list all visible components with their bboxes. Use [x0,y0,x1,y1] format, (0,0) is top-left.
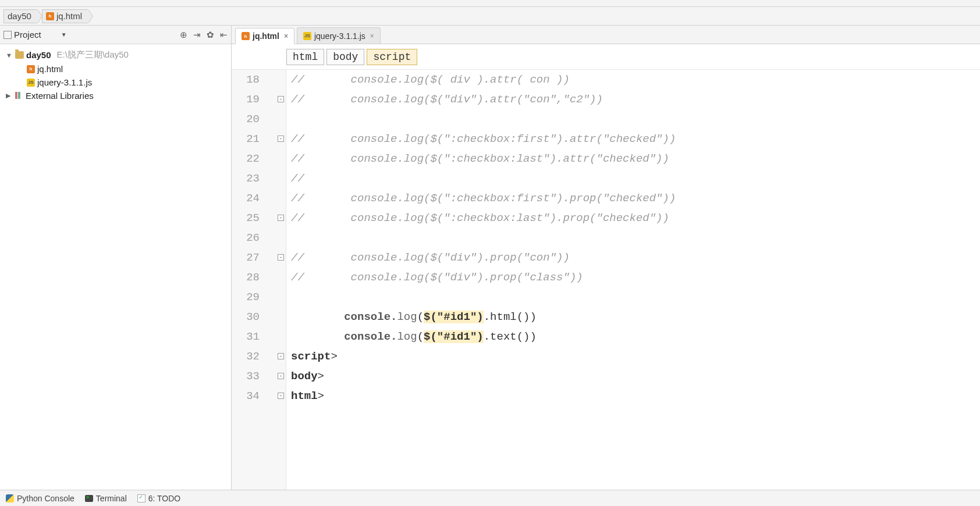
tab-jquery-js[interactable]: JS jquery-3.1.1.js × [297,27,381,44]
fold-toggle[interactable]: - [278,353,284,359]
close-icon[interactable]: × [284,32,288,40]
editor-tabs: h jq.html × JS jquery-3.1.1.js × [232,26,980,44]
tab-label: jq.html [253,31,279,41]
js-file-icon: JS [303,32,311,40]
terminal-icon [85,495,93,502]
line-number: 19 [232,90,260,109]
project-view-icon [3,31,12,39]
todo-icon [137,494,145,503]
breadcrumb: day50 h jq.html [0,7,980,26]
nav-crumb-body[interactable]: body [326,49,364,65]
tree-file-jq[interactable]: h jq.html [3,62,228,76]
line-number: 30 [232,307,260,327]
line-number: 23 [232,169,260,188]
fold-toggle[interactable]: - [278,96,284,102]
code-line[interactable]: html> [291,386,980,406]
project-title-label: Project [14,30,41,40]
todo-label: 6: TODO [148,494,181,503]
js-file-icon: JS [27,79,35,87]
nav-crumb-script[interactable]: script [367,49,417,65]
fold-toggle[interactable]: - [278,254,284,261]
line-number: 28 [232,268,260,287]
tree-root-path: E:\脱产三期\day50 [57,49,129,60]
line-number: 24 [232,188,260,208]
code-line[interactable]: // console.log($("div").attr("con","c2")… [291,90,980,109]
target-icon[interactable]: ⊕ [180,30,187,40]
code-editor[interactable]: ------- 18192021222324252627282930313233… [232,70,980,490]
line-number: 18 [232,70,260,90]
project-panel-header: Project ▼ ⊕ ⇥ ✿ ⇤ [0,26,231,44]
code-line[interactable] [291,287,980,307]
line-number: 32 [232,347,260,366]
chevron-down-icon[interactable]: ▼ [61,31,67,38]
fold-toggle[interactable]: - [278,373,284,379]
breadcrumb-root-label: day50 [8,11,31,21]
breadcrumb-file[interactable]: h jq.html [42,9,88,23]
fold-toggle[interactable]: - [278,393,284,399]
chevron-down-icon: ▼ [6,52,13,59]
line-number: 25 [232,208,260,228]
close-icon[interactable]: × [370,32,374,40]
tab-label: jquery-3.1.1.js [314,31,365,41]
editor-breadcrumb: html body script [232,44,980,70]
code-line[interactable]: // console.log($(":checkbox:first").prop… [291,188,980,208]
todo-tab[interactable]: 6: TODO [137,494,181,503]
folder-icon [15,51,24,59]
html-file-icon: h [27,65,35,73]
tree-root-name: day50 [26,50,51,60]
code-line[interactable]: // console.log($(":checkbox:last").prop(… [291,208,980,228]
line-number: 27 [232,248,260,268]
code-line[interactable]: // console.log($("div").prop("con")) [291,248,980,268]
tree-file-label: jquery-3.1.1.js [37,77,92,87]
line-number: 22 [232,149,260,169]
library-icon [15,92,23,100]
chevron-right-icon: ▶ [6,92,13,99]
terminal-tab[interactable]: Terminal [85,494,127,503]
bottom-tool-bar: Python Console Terminal 6: TODO [0,490,980,506]
code-line[interactable]: console.log($("#id1").html()) [291,307,980,327]
collapse-icon[interactable]: ⇥ [193,30,201,40]
line-number: 34 [232,386,260,406]
editor-area: h jq.html × JS jquery-3.1.1.js × html bo… [232,26,980,490]
line-number: 29 [232,287,260,307]
code-line[interactable]: script> [291,347,980,366]
main-toolbar [0,0,980,7]
breadcrumb-file-label: jq.html [56,11,82,21]
python-console-tab[interactable]: Python Console [6,494,74,503]
code-line[interactable]: // console.log($( div ).attr( con )) [291,70,980,90]
code-line[interactable]: console.log($("#id1").text()) [291,327,980,347]
tree-file-jquery[interactable]: JS jquery-3.1.1.js [3,76,228,89]
code-line[interactable] [291,228,980,248]
line-number: 20 [232,109,260,129]
line-number: 26 [232,228,260,248]
fold-toggle[interactable]: - [278,215,284,221]
project-tree: ▼ day50 E:\脱产三期\day50 h jq.html JS jquer… [0,44,231,106]
html-file-icon: h [242,32,250,40]
tree-external-label: External Libraries [26,91,94,101]
project-panel: Project ▼ ⊕ ⇥ ✿ ⇤ ▼ day50 E:\脱产三期\day50 … [0,26,232,490]
python-console-label: Python Console [17,494,74,503]
python-icon [6,494,14,503]
hide-icon[interactable]: ⇤ [220,30,228,40]
code-line[interactable]: // console.log($(":checkbox:first").attr… [291,129,980,149]
fold-toggle[interactable]: - [278,136,284,142]
code-line[interactable]: // console.log($("div").prop("class")) [291,268,980,287]
line-number: 33 [232,366,260,386]
code-line[interactable] [291,109,980,129]
code-content[interactable]: // console.log($( div ).attr( con ))// c… [286,70,980,490]
line-number: 21 [232,129,260,149]
line-gutter: ------- 18192021222324252627282930313233… [232,70,286,490]
code-line[interactable]: body> [291,366,980,386]
terminal-label: Terminal [96,494,127,503]
tree-file-label: jq.html [37,64,63,74]
line-number: 31 [232,327,260,347]
tree-external-libs[interactable]: ▶ External Libraries [3,89,228,102]
code-line[interactable]: // [291,169,980,188]
tree-root[interactable]: ▼ day50 E:\脱产三期\day50 [3,48,228,62]
gear-icon[interactable]: ✿ [207,30,214,40]
breadcrumb-root[interactable]: day50 [3,9,37,23]
html-file-icon: h [46,12,54,20]
code-line[interactable]: // console.log($(":checkbox:last").attr(… [291,149,980,169]
nav-crumb-html[interactable]: html [286,49,324,65]
tab-jq-html[interactable]: h jq.html × [235,28,294,44]
